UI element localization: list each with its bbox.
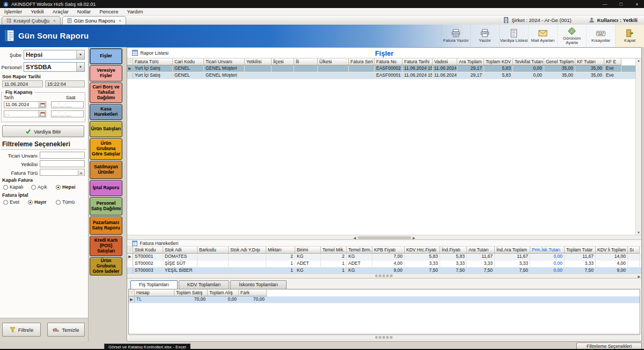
table-cell[interactable]: [229, 254, 266, 260]
table-row[interactable]: ST00002ŞİŞE SÜT1ADET1ADET4,003,333,333,3…: [127, 260, 641, 267]
chevron-down-icon[interactable]: ▼: [76, 50, 84, 59]
table-cell[interactable]: GENEL: [173, 72, 204, 79]
totals-tab-0[interactable]: Fiş Toplamları: [130, 280, 178, 289]
table-cell[interactable]: KG: [347, 267, 372, 273]
table-cell[interactable]: [229, 267, 266, 273]
column-header[interactable]: Toplam KDV: [484, 58, 513, 65]
column-header[interactable]: Stok Kodu: [133, 247, 163, 254]
nav-pazarlamaci-satis-raporu[interactable]: Pazarlamacı Satış Raporu: [90, 217, 122, 235]
table-cell[interactable]: 7,50: [440, 267, 467, 273]
table-cell[interactable]: 35,00: [575, 65, 604, 72]
table-cell[interactable]: 35,00: [575, 72, 604, 79]
nav-kredi-karti-pos-satislari[interactable]: Kredi Kartı (POS) Satışları: [90, 236, 122, 256]
table-cell[interactable]: 7,50: [495, 267, 530, 273]
table-row[interactable]: ▶TL70,000,0070,00: [129, 296, 640, 303]
minimize-button[interactable]: —: [601, 2, 609, 7]
column-header[interactable]: İnd.Ara Toplam: [495, 247, 530, 254]
table-cell[interactable]: Eve: [604, 72, 621, 79]
gorunum-ayarla-button[interactable]: Görünüm Ayarla: [557, 25, 586, 47]
radio-option[interactable]: Açık: [31, 184, 47, 190]
table-cell[interactable]: [628, 267, 640, 273]
document-tab-0[interactable]: Kısayol Çubuğu×: [2, 16, 61, 25]
table-cell[interactable]: 0,00: [530, 267, 565, 273]
column-header[interactable]: Temel Mik.: [321, 247, 347, 254]
ticari-unvani-input[interactable]: [40, 152, 85, 159]
table-cell[interactable]: [349, 65, 375, 72]
table-cell[interactable]: YEŞİL BİBER: [163, 267, 197, 273]
sube-select[interactable]: Hepsi ▼: [24, 50, 85, 59]
nav-satilmayan-urunler[interactable]: Satılmayan Ürünler: [90, 161, 122, 179]
nav-kasa-hareketleri[interactable]: Kasa Hareketleri: [90, 104, 122, 120]
table-cell[interactable]: DOMATES: [163, 254, 197, 260]
table-cell[interactable]: 0,00: [530, 254, 565, 260]
table-cell[interactable]: 4,00: [596, 260, 628, 267]
kapanis-time2-input[interactable]: __:__:__: [51, 110, 84, 117]
table-cell[interactable]: GENEL Müşteri: [204, 72, 245, 79]
drag-handle[interactable]: ::: [129, 241, 130, 245]
table-cell[interactable]: Yurt İçi Satış: [133, 72, 173, 79]
table-cell[interactable]: 0,00: [513, 72, 544, 79]
menu-item[interactable]: Yardım: [123, 8, 148, 15]
nav-urun-grubuna-gore-iadeler[interactable]: Ürün Grubuna Göre İadeler: [90, 257, 122, 275]
table-cell[interactable]: 3,33: [440, 260, 467, 267]
kapat-button[interactable]: Kapat: [615, 25, 644, 47]
table-cell[interactable]: [245, 72, 272, 79]
table-cell[interactable]: 0,00: [208, 296, 239, 303]
column-header[interactable]: Vadesi: [433, 58, 457, 65]
horizontal-scrollbar[interactable]: ▶: [127, 273, 641, 278]
table-cell[interactable]: 9,00: [596, 267, 628, 273]
close-button[interactable]: ×: [633, 2, 641, 7]
column-header[interactable]: Fatura Türü: [133, 58, 173, 65]
radio-circle-icon[interactable]: [3, 185, 8, 190]
radio-option[interactable]: Tümü: [56, 199, 75, 205]
nav-veresiye-fisler[interactable]: Veresiye Fişler: [90, 65, 122, 81]
tab-close-icon[interactable]: ×: [119, 18, 121, 23]
table-cell[interactable]: 3,33: [495, 260, 530, 267]
table-cell[interactable]: 11.06.2024 15: [402, 72, 433, 79]
table-cell[interactable]: [294, 65, 318, 72]
vardiya-listesi-button[interactable]: Vardiya Listesi: [499, 25, 528, 47]
nav-urun-satislari[interactable]: Ürün Satışları: [90, 121, 122, 137]
table-cell[interactable]: 11.06.2024: [433, 65, 457, 72]
column-header[interactable]: Yetkilisi: [245, 58, 272, 65]
document-tab-1[interactable]: Gün Sonu Raporu×: [62, 16, 126, 25]
temizle-button[interactable]: Temizle: [47, 323, 85, 337]
table-cell[interactable]: 1: [266, 267, 295, 273]
table-cell[interactable]: 9,00: [372, 267, 405, 273]
table-row[interactable]: ST00003YEŞİL BİBER1KG1KG9,007,507,507,50…: [127, 267, 641, 273]
column-header[interactable]: Prm.İsk.Tutarı: [530, 247, 565, 254]
table-cell[interactable]: GENEL: [173, 65, 204, 72]
column-header[interactable]: Stok Adı: [163, 247, 197, 254]
table-cell[interactable]: 11,67: [467, 254, 495, 260]
table-cell[interactable]: 7,00: [372, 254, 405, 260]
radio-circle-icon[interactable]: [28, 200, 33, 205]
table-cell[interactable]: 3,33: [405, 260, 440, 267]
table-cell[interactable]: Yurt İçi Satış: [133, 65, 173, 72]
column-header[interactable]: Hesap: [135, 289, 174, 296]
table-cell[interactable]: ST00003: [133, 267, 163, 273]
table-cell[interactable]: 5,83: [405, 254, 440, 260]
table-cell[interactable]: 5,83: [484, 72, 513, 79]
table-cell[interactable]: ADET: [347, 260, 372, 267]
personel-select[interactable]: SYSDBA ▼: [24, 62, 85, 72]
table-cell[interactable]: 70,00: [239, 296, 267, 303]
table-cell[interactable]: KG: [295, 267, 321, 273]
table-cell[interactable]: GENEL Müşteri: [204, 65, 245, 72]
table-cell[interactable]: [272, 72, 294, 79]
tab-close-icon[interactable]: ×: [53, 18, 56, 23]
column-header[interactable]: Ülkesi: [318, 58, 349, 65]
table-cell[interactable]: 11.06.2024 15: [402, 65, 433, 72]
table-cell[interactable]: EASF00002: [375, 65, 402, 72]
column-header[interactable]: Stok Adı Y.Dışı: [229, 247, 266, 254]
table-row[interactable]: ▶ST00001DOMATES2KG2KG7,005,835,8311,6711…: [127, 254, 641, 260]
calendar-icon[interactable]: [39, 110, 46, 117]
table-cell[interactable]: 7,50: [405, 267, 440, 273]
table-cell[interactable]: [197, 260, 229, 267]
table-row[interactable]: Yurt İçi SatışGENELGENEL MüşteriEASF0000…: [127, 72, 635, 79]
table-cell[interactable]: 3,33: [467, 260, 495, 267]
fatura-turu-input[interactable]: ▼: [40, 169, 85, 176]
column-header[interactable]: KDV Hrc.Fiyatı: [405, 247, 440, 254]
mail-ayarlari-button[interactable]: Mail Ayarları: [528, 25, 557, 47]
column-header[interactable]: Toplam Tutar: [565, 247, 596, 254]
table-cell[interactable]: 11.06.2024: [433, 72, 457, 79]
